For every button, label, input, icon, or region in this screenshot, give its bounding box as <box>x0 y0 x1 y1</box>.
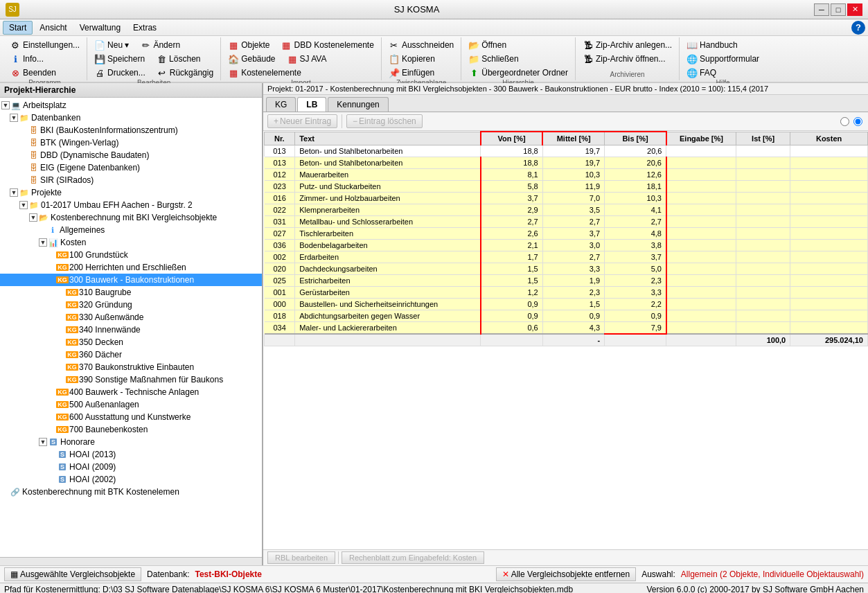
expand-projekte[interactable]: ▼ <box>10 188 18 197</box>
table-row[interactable]: 001 Gerüstarbeiten 1,2 2,3 3,3 <box>264 287 868 299</box>
btn-sjava[interactable]: ▦ SJ AVA <box>284 53 330 65</box>
btn-rueckgaengig[interactable]: ↩ Rückgängig <box>154 67 216 79</box>
table-row[interactable]: 018 Abdichtungsarbeiten gegen Wasser 0,9… <box>264 310 868 322</box>
table-row[interactable]: 013 Beton- und Stahlbetonarbeiten 18,8 1… <box>264 145 868 157</box>
table-row[interactable]: 012 Mauerarbeiten 8,1 10,3 12,6 <box>264 169 868 181</box>
btn-dbd[interactable]: ▦ DBD Kostenelemente <box>278 39 376 51</box>
tree-01-2017[interactable]: ▼ 📁 01-2017 Umbau EFH Aachen - Burgstr. … <box>0 199 262 211</box>
btn-loeschen[interactable]: 🗑 Löschen <box>153 53 203 65</box>
btn-oeffnen[interactable]: 📂 Öffnen <box>466 39 571 51</box>
btn-speichern[interactable]: 💾 Speichern <box>91 53 148 65</box>
tree-hoai2013[interactable]: S HOAI (2013) <box>0 448 262 461</box>
btn-einfuegen[interactable]: 📌 Einfügen <box>386 67 457 79</box>
expand-kosten[interactable]: ▼ <box>39 238 47 247</box>
tree-kg700[interactable]: KG 700 Baunebenkosten <box>0 423 262 436</box>
tree-btk[interactable]: 🗄 BTK (Wingen-Verlag) <box>0 136 262 149</box>
table-row[interactable]: 013 Beton- und Stahlbetonarbeiten 18,8 1… <box>264 157 868 169</box>
menu-verwaltung[interactable]: Verwaltung <box>74 21 126 34</box>
btn-alle-vgl-entfernen[interactable]: ✕ Alle Vergleichsobjekte entfernen <box>496 567 636 581</box>
btn-rbl-bearbeiten[interactable]: RBL bearbeiten <box>267 551 335 564</box>
expand-arbeitsplatz[interactable]: ▼ <box>1 101 10 109</box>
tree-kg500[interactable]: KG 500 Außenanlagen <box>0 398 262 411</box>
expand-honorare[interactable]: ▼ <box>39 438 47 446</box>
tree-kg400[interactable]: KG 400 Bauwerk - Technische Anlagen <box>0 386 262 398</box>
btn-zip-anlegen[interactable]: 🗜 Zip-Archiv anlegen... <box>580 39 675 51</box>
btn-ausgewaehlte-vgl[interactable]: ▦ Ausgewählte Vergleichsobjekte <box>4 567 141 581</box>
table-row[interactable]: 027 Tischlerarbeiten 2,6 3,7 4,8 <box>264 228 868 240</box>
tab-lb[interactable]: LB <box>297 97 326 112</box>
tree-kosten[interactable]: ▼ 📊 Kosten <box>0 236 262 249</box>
table-row[interactable]: 000 Baustellen- und Sicherheitseinrichtu… <box>264 299 868 310</box>
tree-dbd[interactable]: 🗄 DBD (Dynamische Baudaten) <box>0 149 262 161</box>
btn-supportformular[interactable]: 🌐 Supportformular <box>684 53 762 65</box>
tree-kostenber[interactable]: ▼ 📂 Kostenberechnung mit BKI Vergleichso… <box>0 211 262 224</box>
btn-eintrag-loeschen[interactable]: − Eintrag löschen <box>346 114 423 128</box>
btn-neuer-eintrag[interactable]: + Neuer Eintrag <box>267 114 337 128</box>
tree-honorare[interactable]: ▼ S Honorare <box>0 436 262 448</box>
table-row[interactable]: 002 Erdarbeiten 1,7 2,7 3,7 <box>264 251 868 263</box>
btn-kostenelemente[interactable]: ▦ Kostenelemente <box>225 67 377 79</box>
table-row[interactable]: 034 Maler- und Lackiererarbeiten 0,6 4,3… <box>264 322 868 335</box>
tree-kg300[interactable]: KG 300 Bauwerk - Baukonstruktionen <box>0 274 262 286</box>
tree-kg600[interactable]: KG 600 Ausstattung und Kunstwerke <box>0 411 262 423</box>
table-row[interactable]: 025 Estricharbeiten 1,5 1,9 2,3 <box>264 275 868 287</box>
tree-kg370[interactable]: KG 370 Baukonstruktive Einbauten <box>0 361 262 373</box>
tree-kg310[interactable]: KG 310 Baugrube <box>0 286 262 299</box>
table-row[interactable]: 022 Klempnerarbeiten 2,9 3,5 4,1 <box>264 204 868 216</box>
tree-allgemeines[interactable]: ℹ Allgemeines <box>0 224 262 236</box>
expand-datenbanken[interactable]: ▼ <box>10 114 18 122</box>
btn-info[interactable]: ℹ Info... <box>7 53 82 65</box>
btn-aendern[interactable]: ✏ Ändern <box>137 39 183 51</box>
tree-btk-kosten[interactable]: 🔗 Kostenberechnung mit BTK Kostenelemen <box>0 486 262 498</box>
tree-bki[interactable]: 🗄 BKI (BauKostenInformationszentrum) <box>0 124 262 136</box>
btn-neu[interactable]: 📄 Neu ▾ <box>91 39 132 51</box>
tree-hoai2002[interactable]: S HOAI (2002) <box>0 473 262 486</box>
table-row[interactable]: 016 Zimmer- und Holzbauarbeiten 3,7 7,0 … <box>264 193 868 204</box>
table-row[interactable]: 036 Bodenbelagarbeiten 2,1 3,0 3,8 <box>264 240 868 251</box>
tree-kg330[interactable]: KG 330 Außenwände <box>0 311 262 324</box>
tree-kg200[interactable]: KG 200 Herrichten und Erschließen <box>0 261 262 274</box>
btn-einstellungen[interactable]: ⚙ Einstellungen... <box>7 39 82 51</box>
tree-datenbanken[interactable]: ▼ 📁 Datenbanken <box>0 112 262 124</box>
close-button[interactable]: ✕ <box>847 3 862 16</box>
tab-kennungen[interactable]: Kennungen <box>328 97 388 112</box>
tree-kg350[interactable]: KG 350 Decken <box>0 336 262 348</box>
help-icon[interactable]: ? <box>851 21 865 35</box>
tree-area[interactable]: ▼ 💻 Arbeitsplatz ▼ 📁 Datenbanken 🗄 BKI (… <box>0 98 262 557</box>
btn-handbuch[interactable]: 📖 Handbuch <box>684 39 762 51</box>
btn-beenden[interactable]: ⊗ Beenden <box>7 67 82 79</box>
menu-ansicht[interactable]: Ansicht <box>34 21 72 34</box>
btn-kopieren[interactable]: 📋 Kopieren <box>386 53 457 65</box>
btn-rechenblatt[interactable]: Rechenblatt zum Eingabefeld: Kosten <box>342 551 484 564</box>
tree-kg360[interactable]: KG 360 Dächer <box>0 348 262 361</box>
tree-hoai2009[interactable]: S HOAI (2009) <box>0 461 262 473</box>
tree-sir[interactable]: 🗄 SIR (SIRados) <box>0 174 262 186</box>
tree-kg390[interactable]: KG 390 Sonstige Maßnahmen für Baukons <box>0 373 262 386</box>
btn-objekte[interactable]: ▦ Objekte <box>225 39 272 51</box>
tree-kg320[interactable]: KG 320 Gründung <box>0 299 262 311</box>
tree-arbeitsplatz[interactable]: ▼ 💻 Arbeitsplatz <box>0 99 262 112</box>
btn-ausschneiden[interactable]: ✂ Ausschneiden <box>386 39 457 51</box>
left-hscrollbar[interactable] <box>0 557 262 565</box>
btn-schliessen[interactable]: 📁 Schließen <box>466 53 571 65</box>
tree-kg340[interactable]: KG 340 Innenwände <box>0 324 262 336</box>
btn-zip-oeffnen[interactable]: 🗜 Zip-Archiv öffnen... <box>580 53 675 65</box>
table-area[interactable]: Nr. Text Von [%] Mittel [%] Bis [%] Eing… <box>263 131 868 549</box>
table-row[interactable]: 023 Putz- und Stuckarbeiten 5,8 11,9 18,… <box>264 181 868 193</box>
btn-drucken[interactable]: 🖨 Drucken... <box>91 67 148 79</box>
btn-faq[interactable]: 🌐 FAQ <box>684 67 762 79</box>
btn-gebaeude[interactable]: 🏠 Gebäude <box>225 53 278 65</box>
tree-eig[interactable]: 🗄 EIG (Eigene Datenbanken) <box>0 161 262 174</box>
radio1[interactable] <box>840 117 849 126</box>
menu-start[interactable]: Start <box>3 21 33 35</box>
btn-uebergeordnet[interactable]: ⬆ Übergeordneter Ordner <box>466 67 571 79</box>
tab-kg[interactable]: KG <box>266 97 296 112</box>
tree-kg100[interactable]: KG 100 Grundstück <box>0 249 262 261</box>
maximize-button[interactable]: □ <box>831 3 846 16</box>
minimize-button[interactable]: ─ <box>814 3 829 16</box>
expand-01-2017[interactable]: ▼ <box>19 201 28 209</box>
menu-extras[interactable]: Extras <box>127 21 162 34</box>
radio2[interactable] <box>853 117 862 126</box>
tree-projekte[interactable]: ▼ 📁 Projekte <box>0 186 262 199</box>
table-row[interactable]: 020 Dachdeckungsarbeiten 1,5 3,3 5,0 <box>264 263 868 275</box>
